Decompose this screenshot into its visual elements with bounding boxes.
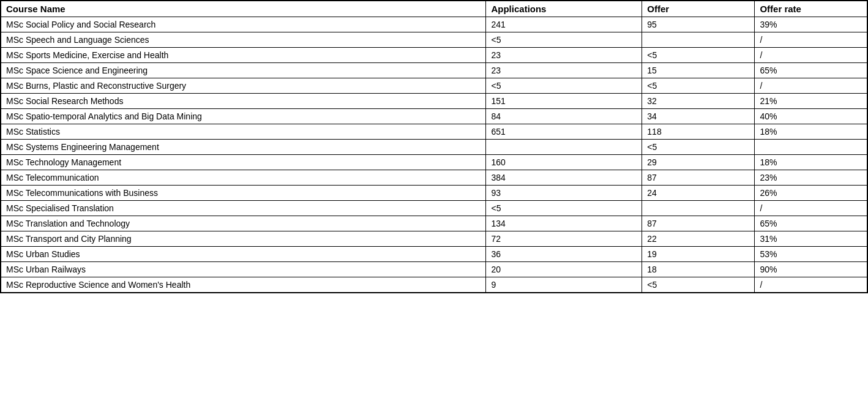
cell-offer: <5 bbox=[642, 140, 755, 155]
cell-applications bbox=[486, 140, 642, 155]
cell-offer: 87 bbox=[642, 216, 755, 231]
header-course: Course Name bbox=[1, 1, 486, 17]
cell-applications: 651 bbox=[486, 124, 642, 140]
cell-applications: 36 bbox=[486, 247, 642, 262]
cell-offer-rate: 26% bbox=[755, 186, 867, 201]
table-row: MSc Translation and Technology1348765% bbox=[1, 216, 867, 231]
cell-course: MSc Statistics bbox=[1, 124, 486, 140]
cell-offer-rate: 90% bbox=[755, 262, 867, 277]
cell-applications: 384 bbox=[486, 170, 642, 186]
cell-applications: 9 bbox=[486, 277, 642, 293]
cell-applications: 160 bbox=[486, 155, 642, 170]
cell-course: MSc Technology Management bbox=[1, 155, 486, 170]
cell-course: MSc Reproductive Science and Women's Hea… bbox=[1, 277, 486, 293]
cell-applications: 241 bbox=[486, 17, 642, 32]
cell-course: MSc Translation and Technology bbox=[1, 216, 486, 231]
cell-offer: 87 bbox=[642, 170, 755, 186]
cell-course: MSc Sports Medicine, Exercise and Health bbox=[1, 48, 486, 63]
cell-offer bbox=[642, 201, 755, 216]
cell-offer-rate: 65% bbox=[755, 216, 867, 231]
header-offer-rate: Offer rate bbox=[755, 1, 867, 17]
cell-offer: <5 bbox=[642, 78, 755, 94]
cell-course: MSc Telecommunications with Business bbox=[1, 186, 486, 201]
cell-applications: <5 bbox=[486, 32, 642, 48]
cell-offer-rate: 40% bbox=[755, 109, 867, 124]
header-applications: Applications bbox=[486, 1, 642, 17]
cell-offer: 15 bbox=[642, 63, 755, 78]
cell-offer-rate: 65% bbox=[755, 63, 867, 78]
table-row: MSc Urban Railways201890% bbox=[1, 262, 867, 277]
cell-offer-rate: 18% bbox=[755, 124, 867, 140]
cell-offer-rate: / bbox=[755, 277, 867, 293]
cell-offer: <5 bbox=[642, 277, 755, 293]
cell-applications: <5 bbox=[486, 201, 642, 216]
cell-offer-rate: / bbox=[755, 48, 867, 63]
table-row: MSc Urban Studies361953% bbox=[1, 247, 867, 262]
table-row: MSc Burns, Plastic and Reconstructive Su… bbox=[1, 78, 867, 94]
cell-course: MSc Systems Engineering Management bbox=[1, 140, 486, 155]
table-row: MSc Telecommunication3848723% bbox=[1, 170, 867, 186]
cell-applications: 134 bbox=[486, 216, 642, 231]
cell-offer-rate: 18% bbox=[755, 155, 867, 170]
table-container: Course Name Applications Offer Offer rat… bbox=[0, 0, 868, 398]
table-row: MSc Speech and Language Sciences<5/ bbox=[1, 32, 867, 48]
cell-course: MSc Telecommunication bbox=[1, 170, 486, 186]
cell-offer-rate: 39% bbox=[755, 17, 867, 32]
cell-course: MSc Social Research Methods bbox=[1, 94, 486, 109]
cell-offer-rate: 53% bbox=[755, 247, 867, 262]
table-row: MSc Social Policy and Social Research241… bbox=[1, 17, 867, 32]
table-row: MSc Transport and City Planning722231% bbox=[1, 231, 867, 247]
cell-applications: <5 bbox=[486, 78, 642, 94]
cell-applications: 23 bbox=[486, 63, 642, 78]
table-row: MSc Social Research Methods1513221% bbox=[1, 94, 867, 109]
cell-course: MSc Speech and Language Sciences bbox=[1, 32, 486, 48]
cell-offer: 19 bbox=[642, 247, 755, 262]
cell-offer bbox=[642, 32, 755, 48]
cell-course: MSc Urban Studies bbox=[1, 247, 486, 262]
cell-offer: 95 bbox=[642, 17, 755, 32]
cell-offer-rate bbox=[755, 140, 867, 155]
cell-offer-rate: / bbox=[755, 201, 867, 216]
cell-course: MSc Space Science and Engineering bbox=[1, 63, 486, 78]
cell-course: MSc Spatio-temporal Analytics and Big Da… bbox=[1, 109, 486, 124]
cell-course: MSc Burns, Plastic and Reconstructive Su… bbox=[1, 78, 486, 94]
table-row: MSc Reproductive Science and Women's Hea… bbox=[1, 277, 867, 293]
cell-course: MSc Urban Railways bbox=[1, 262, 486, 277]
cell-offer-rate: / bbox=[755, 32, 867, 48]
cell-applications: 23 bbox=[486, 48, 642, 63]
cell-offer: 18 bbox=[642, 262, 755, 277]
table-row: MSc Systems Engineering Management<5 bbox=[1, 140, 867, 155]
table-row: MSc Statistics65111818% bbox=[1, 124, 867, 140]
table-header-row: Course Name Applications Offer Offer rat… bbox=[1, 1, 867, 17]
cell-offer: 24 bbox=[642, 186, 755, 201]
cell-offer-rate: / bbox=[755, 78, 867, 94]
cell-offer: 32 bbox=[642, 94, 755, 109]
cell-applications: 20 bbox=[486, 262, 642, 277]
header-offer: Offer bbox=[642, 1, 755, 17]
cell-offer: 118 bbox=[642, 124, 755, 140]
cell-offer: 29 bbox=[642, 155, 755, 170]
table-row: MSc Telecommunications with Business9324… bbox=[1, 186, 867, 201]
cell-course: MSc Transport and City Planning bbox=[1, 231, 486, 247]
cell-applications: 93 bbox=[486, 186, 642, 201]
table-row: MSc Technology Management1602918% bbox=[1, 155, 867, 170]
cell-applications: 151 bbox=[486, 94, 642, 109]
data-table: Course Name Applications Offer Offer rat… bbox=[0, 0, 868, 293]
cell-course: MSc Social Policy and Social Research bbox=[1, 17, 486, 32]
cell-course: MSc Specialised Translation bbox=[1, 201, 486, 216]
cell-offer-rate: 21% bbox=[755, 94, 867, 109]
table-row: MSc Specialised Translation<5/ bbox=[1, 201, 867, 216]
table-row: MSc Space Science and Engineering231565% bbox=[1, 63, 867, 78]
cell-offer-rate: 31% bbox=[755, 231, 867, 247]
cell-applications: 72 bbox=[486, 231, 642, 247]
cell-offer: 22 bbox=[642, 231, 755, 247]
cell-offer: 34 bbox=[642, 109, 755, 124]
cell-offer-rate: 23% bbox=[755, 170, 867, 186]
table-row: MSc Sports Medicine, Exercise and Health… bbox=[1, 48, 867, 63]
cell-offer: <5 bbox=[642, 48, 755, 63]
table-row: MSc Spatio-temporal Analytics and Big Da… bbox=[1, 109, 867, 124]
cell-applications: 84 bbox=[486, 109, 642, 124]
